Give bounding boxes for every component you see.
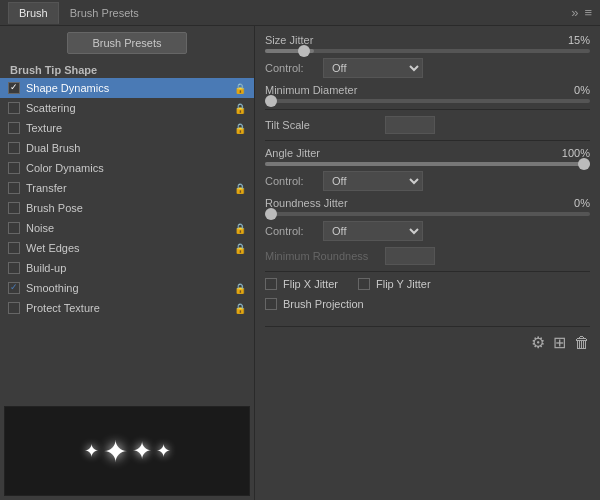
main-content: Brush Presets Brush Tip Shape Shape Dyna… [0,26,600,500]
size-jitter-slider[interactable] [265,49,590,53]
checkbox-shape-dynamics[interactable] [8,82,20,94]
flip-x-row: Flip X Jitter [265,278,338,290]
checkbox-transfer[interactable] [8,182,20,194]
size-jitter-control-row: Control: Off [265,58,590,78]
min-diameter-value: 0% [555,84,590,96]
checkbox-dual-brush[interactable] [8,142,20,154]
angle-jitter-row: Angle Jitter 100% [265,147,590,159]
angle-jitter-label: Angle Jitter [265,147,385,159]
lock-icon-transfer: 🔒 [234,183,246,194]
flip-y-row: Flip Y Jitter [358,278,431,290]
brush-item-brush-pose[interactable]: Brush Pose [0,198,254,218]
control-select-3[interactable]: Off [323,221,423,241]
min-roundness-label: Minimum Roundness [265,250,385,262]
checkbox-protect-texture[interactable] [8,302,20,314]
lock-icon-smoothing: 🔒 [234,283,246,294]
label-color-dynamics: Color Dynamics [26,162,246,174]
label-transfer: Transfer [26,182,234,194]
checkbox-texture[interactable] [8,122,20,134]
label-buildup: Build-up [26,262,246,274]
lock-icon-texture: 🔒 [234,123,246,134]
flip-y-checkbox[interactable] [358,278,370,290]
brush-item-protect-texture[interactable]: Protect Texture 🔒 [0,298,254,318]
brush-item-noise[interactable]: Noise 🔒 [0,218,254,238]
divider-1 [265,109,590,110]
flip-x-label: Flip X Jitter [283,278,338,290]
brush-projection-checkbox[interactable] [265,298,277,310]
brush-item-dual-brush[interactable]: Dual Brush [0,138,254,158]
roundness-jitter-label: Roundness Jitter [265,197,385,209]
control-select-1[interactable]: Off [323,58,423,78]
brush-tip-section-title: Brush Tip Shape [0,60,254,78]
roundness-jitter-control-row: Control: Off [265,221,590,241]
min-diameter-thumb[interactable] [265,95,277,107]
lock-icon-noise: 🔒 [234,223,246,234]
control-label-1: Control: [265,62,315,74]
checkbox-buildup[interactable] [8,262,20,274]
label-wet-edges: Wet Edges [26,242,234,254]
label-texture: Texture [26,122,234,134]
bottom-icon-grid[interactable]: ⊞ [553,333,566,352]
sparkle-preview: ✦ ✦ ✦ ✦ [84,434,171,469]
star-3: ✦ [132,437,152,465]
tilt-scale-input[interactable] [385,116,435,134]
roundness-jitter-value: 0% [555,197,590,209]
brush-item-color-dynamics[interactable]: Color Dynamics [0,158,254,178]
checkbox-noise[interactable] [8,222,20,234]
star-4: ✦ [156,440,171,462]
brush-preview-area: ✦ ✦ ✦ ✦ [4,406,250,496]
lock-icon-wet-edges: 🔒 [234,243,246,254]
brush-item-buildup[interactable]: Build-up [0,258,254,278]
control-select-2[interactable]: Off [323,171,423,191]
checkbox-brush-pose[interactable] [8,202,20,214]
label-dual-brush: Dual Brush [26,142,246,154]
min-diameter-slider[interactable] [265,99,590,103]
star-1: ✦ [84,440,99,462]
bottom-icon-settings[interactable]: ⚙ [531,333,545,352]
brush-item-smoothing[interactable]: Smoothing 🔒 [0,278,254,298]
roundness-jitter-slider[interactable] [265,212,590,216]
tilt-scale-row: Tilt Scale [265,116,590,134]
size-jitter-label: Size Jitter [265,34,385,46]
tab-brush[interactable]: Brush [8,2,59,24]
brush-item-transfer[interactable]: Transfer 🔒 [0,178,254,198]
flip-y-label: Flip Y Jitter [376,278,431,290]
lock-icon-shape-dynamics: 🔒 [234,83,246,94]
brush-item-scattering[interactable]: Scattering 🔒 [0,98,254,118]
brush-projection-label: Brush Projection [283,298,364,310]
checkbox-wet-edges[interactable] [8,242,20,254]
divider-2 [265,140,590,141]
roundness-jitter-thumb[interactable] [265,208,277,220]
min-roundness-input[interactable] [385,247,435,265]
min-diameter-row: Minimum Diameter 0% [265,84,590,96]
flip-x-checkbox[interactable] [265,278,277,290]
right-panel: Size Jitter 15% Control: Off Minimum Dia… [255,26,600,500]
brush-item-wet-edges[interactable]: Wet Edges 🔒 [0,238,254,258]
label-noise: Noise [26,222,234,234]
label-shape-dynamics: Shape Dynamics [26,82,234,94]
angle-jitter-slider[interactable] [265,162,590,166]
roundness-jitter-row: Roundness Jitter 0% [265,197,590,209]
brush-item-list: Shape Dynamics 🔒 Scattering 🔒 Texture 🔒 [0,78,254,402]
lock-icon-scattering: 🔒 [234,103,246,114]
label-scattering: Scattering [26,102,234,114]
tab-brush-presets[interactable]: Brush Presets [59,2,150,24]
left-panel: Brush Presets Brush Tip Shape Shape Dyna… [0,26,255,500]
menu-icon[interactable]: ≡ [584,5,592,20]
label-smoothing: Smoothing [26,282,234,294]
angle-jitter-fill [265,162,590,166]
checkbox-smoothing[interactable] [8,282,20,294]
checkbox-color-dynamics[interactable] [8,162,20,174]
checkbox-scattering[interactable] [8,102,20,114]
tab-icons: » ≡ [571,5,592,20]
expand-icon[interactable]: » [571,5,578,20]
brush-item-shape-dynamics[interactable]: Shape Dynamics 🔒 [0,78,254,98]
bottom-icon-delete[interactable]: 🗑 [574,334,590,352]
brush-presets-button[interactable]: Brush Presets [67,32,187,54]
size-jitter-thumb[interactable] [298,45,310,57]
label-protect-texture: Protect Texture [26,302,234,314]
brush-item-texture[interactable]: Texture 🔒 [0,118,254,138]
panel-wrapper: Brush Brush Presets » ≡ Brush Presets Br… [0,0,600,500]
angle-jitter-thumb[interactable] [578,158,590,170]
brush-projection-row: Brush Projection [265,298,590,310]
